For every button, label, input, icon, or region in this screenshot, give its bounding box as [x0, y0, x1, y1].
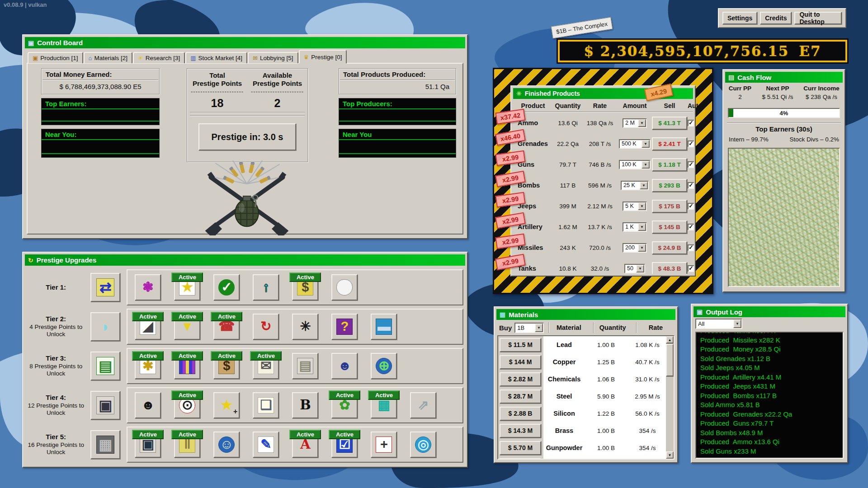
buy-button[interactable]: $ 5.70 M: [500, 441, 541, 455]
tier-label: Tier 2:4 Prestige Points to Unlock: [27, 315, 85, 338]
sell-button[interactable]: $ 145 B: [652, 221, 687, 234]
finished-product-row-tanks: Tanks10.8 K32.0 /s50▼$ 48.3 B✓: [512, 258, 694, 274]
prestige-button[interactable]: Prestige in: 3.0 s: [198, 123, 296, 150]
upgrade-button-help-book[interactable]: ?: [331, 314, 358, 340]
amount-select[interactable]: 50▼: [624, 264, 645, 273]
auto-checkbox[interactable]: ✓: [688, 244, 694, 251]
upgrade-button-star-plus[interactable]: ★+: [213, 392, 240, 418]
upgrade-button-zip-binder[interactable]: Active: [174, 353, 200, 379]
upgrade-button-sealed-envelope[interactable]: ✉Active: [253, 353, 279, 379]
upgrade-button-globe-tools[interactable]: ⊕: [371, 353, 397, 379]
buy-button[interactable]: $ 2.82 M: [500, 372, 541, 386]
log-filter-select[interactable]: All ▼: [695, 319, 742, 329]
upgrade-button-mouse[interactable]: [331, 274, 358, 300]
tab-lobbying-5[interactable]: ✉Lobbying [5]: [248, 52, 298, 63]
buy-button[interactable]: $ 11.5 M: [500, 338, 541, 352]
window-title: Cash Flow: [737, 74, 771, 81]
upgrade-button-alarm-clock[interactable]: ⊙Active: [174, 392, 200, 418]
upgrade-button-refresh-arrows[interactable]: ↻: [253, 314, 279, 340]
tier-icon-button[interactable]: ▣: [90, 391, 120, 420]
upgrade-button-letter-a[interactable]: AActive: [292, 432, 318, 458]
chevron-down-icon: ▼: [642, 140, 650, 148]
upgrade-button-license-gear[interactable]: ✱Active: [135, 353, 161, 379]
sell-button[interactable]: $ 2.41 T: [652, 137, 687, 150]
tab-research-3[interactable]: ☀Research [3]: [133, 52, 185, 63]
buy-button[interactable]: $ 144 M: [500, 355, 541, 369]
upgrade-button-paint-can[interactable]: ▬: [371, 314, 397, 340]
upgrade-button-arrow-trail[interactable]: ⇗: [410, 392, 436, 418]
upgrade-button-dancers[interactable]: ☻: [135, 392, 161, 418]
upgrade-button-checklist-window[interactable]: ☑Active: [331, 432, 358, 458]
tab-production-1[interactable]: ▣Production [1]: [28, 52, 83, 63]
tab-prestige-0[interactable]: ♛Prestige [0]: [299, 50, 347, 63]
buy-button[interactable]: $ 14.3 M: [500, 424, 541, 438]
tab-materials-2[interactable]: ⌂Materials [2]: [84, 52, 132, 63]
upgrade-button-globe-person[interactable]: ☺: [213, 432, 240, 458]
material-quantity: 1.06 B: [585, 376, 627, 383]
divider-line: [42, 121, 159, 122]
money-value: $ 2,304,595,107,756.15: [584, 43, 789, 59]
upgrade-button-cash-register[interactable]: $Active: [292, 274, 318, 300]
upgrade-button-file-cabinet[interactable]: ▤: [292, 353, 318, 379]
upgrade-button-computer[interactable]: ▣Active: [135, 432, 161, 458]
upgrade-button-documents[interactable]: ❏: [253, 392, 279, 418]
tier-requirement: 16 Prestige Points to Unlock: [27, 441, 85, 456]
buy-amount-select[interactable]: 1B ▼: [514, 323, 544, 333]
materials-scrollbar[interactable]: ▲ ▼: [666, 336, 674, 459]
upgrade-button-bold-b[interactable]: B: [292, 392, 318, 418]
upgrade-button-notepad-pen[interactable]: ✎: [253, 432, 279, 458]
upgrade-button-zip-folder[interactable]: ‖Active: [174, 432, 200, 458]
upgrade-button-picture[interactable]: ◢Active: [135, 314, 161, 340]
tier-icon-button[interactable]: ▤: [90, 352, 120, 380]
scrollbar-thumb[interactable]: [666, 344, 674, 376]
upgrade-button-money-crate[interactable]: $Active: [213, 353, 240, 379]
sell-button[interactable]: $ 41.3 T: [652, 117, 687, 130]
amount-select[interactable]: 1 K▼: [623, 222, 647, 232]
amount-select[interactable]: 200▼: [623, 243, 647, 253]
upgrade-button-star-card[interactable]: ★Active: [174, 274, 200, 300]
upgrade-button-spy[interactable]: ☻: [331, 353, 358, 379]
buy-button[interactable]: $ 28.7 M: [500, 389, 541, 404]
amount-select[interactable]: 500 K▼: [619, 139, 651, 149]
upgrade-button-globe-search[interactable]: ◎: [410, 432, 436, 458]
tab-stock-market-4[interactable]: ▥Stock Market [4]: [185, 52, 247, 63]
auto-checkbox[interactable]: ✓: [688, 120, 694, 127]
buy-button[interactable]: $ 2.82 M: [500, 458, 541, 460]
auto-checkbox[interactable]: ✓: [688, 161, 694, 168]
sell-button[interactable]: $ 48.3 B: [652, 262, 687, 274]
upgrade-button-flowers[interactable]: ✿Active: [331, 392, 358, 418]
sell-button[interactable]: $ 1.18 T: [652, 158, 687, 171]
amount-select[interactable]: 2 M▼: [623, 118, 647, 128]
tier-icon-button[interactable]: ⇄: [90, 273, 120, 302]
upgrade-button-cube-grid[interactable]: ▦Active: [371, 392, 397, 418]
upgrade-button-sea-mine[interactable]: ✳: [292, 314, 318, 340]
chevron-down-icon: ▼: [638, 202, 646, 210]
settings-button[interactable]: Settings: [722, 12, 757, 24]
auto-checkbox[interactable]: ✓: [688, 203, 694, 210]
scroll-up-button[interactable]: ▲: [666, 336, 674, 343]
amount-select[interactable]: 25 K▼: [621, 181, 649, 190]
auto-checkbox[interactable]: ✓: [688, 224, 694, 230]
credits-button[interactable]: Credits: [760, 12, 792, 24]
upgrade-button-up-arrow[interactable]: ↑: [253, 274, 279, 300]
sell-button[interactable]: $ 24.9 B: [652, 241, 687, 254]
upgrade-button-funnel[interactable]: ▼Active: [174, 314, 200, 340]
auto-checkbox[interactable]: ✓: [688, 182, 694, 189]
buy-button[interactable]: $ 2.88 B: [500, 407, 541, 421]
tier-icon-button[interactable]: ◗: [90, 312, 120, 341]
sell-button[interactable]: $ 293 B: [652, 179, 687, 192]
upgrade-button-wall-clock[interactable]: +: [371, 432, 397, 458]
sell-button[interactable]: $ 175 B: [652, 200, 687, 213]
quit-to-desktop-button[interactable]: Quit to Desktop: [794, 12, 842, 24]
monitor-icon: ▣: [697, 309, 703, 315]
auto-checkbox[interactable]: ✓: [688, 141, 694, 147]
amount-select[interactable]: 5 K▼: [623, 202, 647, 211]
scroll-down-button[interactable]: ▼: [666, 451, 674, 459]
amount-select[interactable]: 100 K▼: [619, 160, 651, 169]
tier-icon-button[interactable]: ▦: [90, 430, 120, 459]
upgrade-button-juggling-hand[interactable]: ❃: [135, 274, 161, 300]
auto-checkbox[interactable]: ✓: [688, 265, 694, 272]
amount-value: 1 K: [623, 223, 638, 231]
upgrade-button-check-circle[interactable]: ✓: [213, 274, 240, 300]
upgrade-button-phone-call[interactable]: ☎Active: [213, 314, 240, 340]
